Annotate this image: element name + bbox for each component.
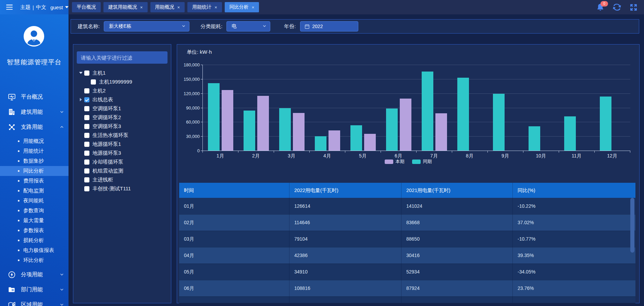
chart-bar-previous[interactable] [600, 97, 611, 151]
chart-bar-current[interactable] [400, 99, 411, 151]
hamburger-menu-icon[interactable] [5, 4, 13, 11]
tab-close-icon[interactable]: × [177, 5, 180, 10]
tab-item[interactable]: 建筑用能概况× [103, 2, 148, 12]
tree-item-label[interactable]: 冷却塔循环泵 [92, 159, 123, 165]
sidebar-subitem[interactable]: 用能概况 [0, 136, 69, 146]
chart-bar-previous[interactable] [386, 109, 398, 151]
bullet-icon [18, 220, 20, 221]
chart-bar-current[interactable] [257, 96, 269, 151]
tab-close-icon[interactable]: × [140, 5, 143, 10]
chart-bar-current[interactable] [222, 90, 233, 151]
sidebar-item[interactable]: 分项用能 [0, 267, 69, 282]
chart-bar-previous[interactable] [244, 111, 255, 151]
checkbox-unchecked[interactable] [84, 88, 89, 93]
tab-item[interactable]: 用能统计× [187, 2, 222, 12]
tab-item[interactable]: 同比分析× [225, 2, 259, 12]
tree-item-label[interactable]: 主机19999999 [99, 79, 132, 85]
sidebar-item[interactable]: 平台概况 [0, 89, 69, 104]
tree-item-label[interactable]: 出线总表 [92, 97, 113, 103]
sidebar-subitem[interactable]: 电力极值报表 [0, 245, 69, 255]
sidebar-subitem[interactable]: 参数查询 [0, 206, 69, 216]
refresh-icon[interactable] [612, 2, 622, 12]
checkbox-checked[interactable] [84, 97, 89, 102]
checkbox-unchecked[interactable] [84, 177, 89, 182]
chart-bar-previous[interactable] [564, 116, 576, 151]
energy-type-select[interactable]: 电 [226, 21, 270, 31]
legend-item[interactable]: 本期 [385, 158, 405, 165]
tree-search-input[interactable] [77, 51, 168, 64]
chart-bar-current[interactable] [364, 134, 376, 151]
sidebar-item[interactable]: 部门用能 [0, 282, 69, 297]
checkbox-unchecked[interactable] [84, 142, 89, 147]
tree-item-label[interactable]: 空调循环泵3 [92, 123, 121, 130]
chart-bar-current[interactable] [293, 113, 305, 151]
analysis-panel: 单位: kW·h 本期同期 时间2022用电量(千瓦时)2021用电量(千瓦时)… [177, 44, 640, 303]
checkbox-unchecked[interactable] [84, 160, 89, 165]
checkbox-unchecked[interactable] [84, 124, 89, 129]
tree-item-label[interactable]: 主机1 [92, 70, 106, 76]
sidebar-subitem[interactable]: 费用报表 [0, 176, 69, 186]
sidebar-subitem[interactable]: 用能统计 [0, 146, 69, 156]
sidebar-subitem[interactable]: 配电监测 [0, 186, 69, 196]
tab-item[interactable]: 用能概况× [150, 2, 185, 12]
tree-item-label[interactable]: 丰创技-测试T111 [92, 186, 131, 192]
table-cell: 03月 [179, 231, 289, 247]
sidebar-item[interactable]: 支路用能 [0, 119, 69, 135]
language-toggle[interactable]: 中文 [36, 4, 46, 11]
caret-down-icon[interactable] [78, 70, 84, 76]
chart-bar-previous[interactable] [493, 94, 505, 151]
tab-item[interactable]: 平台概况 [72, 2, 101, 12]
bullet-icon [18, 250, 20, 251]
sidebar-item[interactable]: 区域用能 [0, 297, 69, 306]
sidebar-subitem[interactable]: 环比分析 [0, 255, 69, 265]
sidebar-subitem[interactable]: 最大需量 [0, 216, 69, 226]
sidebar-item[interactable]: 建筑用能 [0, 104, 69, 119]
checkbox-unchecked[interactable] [84, 115, 89, 120]
chart-bar-previous[interactable] [315, 136, 326, 151]
tree-item-label[interactable]: 生活热水循环泵 [92, 132, 128, 139]
tree-item-label[interactable]: 主进线柜 [92, 177, 113, 183]
tree-item-label[interactable]: 机组震动监测 [92, 168, 123, 174]
chart-bar-previous[interactable] [529, 126, 540, 151]
x-axis-tick-label: 2月 [238, 153, 274, 159]
tree-item-label[interactable]: 地源循环泵3 [92, 150, 121, 156]
sidebar-subitem[interactable]: 夜间能耗 [0, 196, 69, 206]
chart-bar-previous[interactable] [457, 78, 469, 151]
chart-bar-current[interactable] [329, 130, 340, 151]
checkbox-unchecked[interactable] [84, 71, 89, 76]
fullscreen-icon[interactable] [629, 3, 638, 12]
tree-item: 主机2 [73, 86, 171, 95]
user-menu[interactable]: guest [50, 4, 69, 10]
sidebar-subitem[interactable]: 数据集抄 [0, 156, 69, 166]
sidebar-subitem[interactable]: 损耗分析 [0, 235, 69, 245]
chart-bar-previous[interactable] [279, 108, 291, 151]
checkbox-unchecked[interactable] [84, 186, 89, 191]
chart-bar-previous[interactable] [350, 125, 362, 151]
building-select[interactable]: 新大楼E栋 [104, 21, 189, 31]
checkbox-unchecked[interactable] [84, 151, 89, 156]
theme-toggle[interactable]: 主题 [20, 4, 30, 11]
legend-item[interactable]: 同期 [412, 158, 432, 165]
legend-swatch [385, 160, 393, 164]
tree-item-label[interactable]: 空调循环泵2 [92, 114, 121, 121]
chart-bar-previous[interactable] [208, 83, 220, 151]
y-axis-tick [201, 65, 202, 65]
chart-bar-current[interactable] [435, 113, 447, 151]
tree-item-label[interactable]: 主机2 [92, 88, 106, 94]
notification-bell-icon[interactable]: 0 [596, 3, 605, 12]
table-scrollbar[interactable] [630, 198, 634, 253]
year-picker[interactable]: 2022 [300, 21, 358, 31]
tree-item-label[interactable]: 空调循环泵1 [92, 105, 121, 112]
checkbox-unchecked[interactable] [84, 168, 89, 174]
checkbox-unchecked[interactable] [84, 133, 89, 138]
caret-right-icon[interactable] [78, 97, 84, 102]
tab-close-icon[interactable]: × [214, 5, 217, 10]
sidebar-subitem[interactable]: 同比分析 [0, 166, 69, 176]
tab-close-icon[interactable]: × [252, 5, 255, 10]
x-axis-tick [274, 151, 274, 153]
chart-bar-previous[interactable] [422, 72, 433, 151]
tree-item-label[interactable]: 地源循环泵1 [92, 141, 121, 148]
checkbox-unchecked[interactable] [84, 106, 89, 111]
checkbox-unchecked[interactable] [91, 79, 96, 85]
sidebar-subitem[interactable]: 参数报表 [0, 226, 69, 235]
